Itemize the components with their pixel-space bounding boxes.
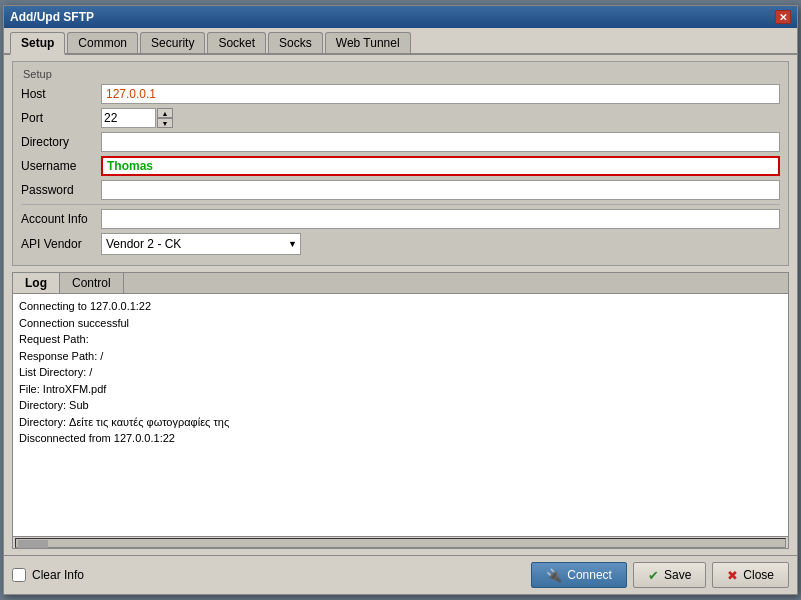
plug-icon: 🔌 <box>546 568 562 583</box>
port-row: Port ▲ ▼ <box>21 108 780 128</box>
log-line: Directory: Δείτε τις καυτές φωτογραφίες … <box>19 414 782 431</box>
close-label: Close <box>743 568 774 582</box>
tab-security[interactable]: Security <box>140 32 205 53</box>
scrollbar-thumb[interactable] <box>18 540 48 548</box>
log-line: Request Path: <box>19 331 782 348</box>
port-label: Port <box>21 111 101 125</box>
log-line: Response Path: / <box>19 348 782 365</box>
log-horizontal-scrollbar[interactable] <box>13 536 788 548</box>
log-line: Connection successful <box>19 315 782 332</box>
log-line: List Directory: / <box>19 364 782 381</box>
host-row: Host <box>21 84 780 104</box>
log-line: Disconnected from 127.0.0.1:22 <box>19 430 782 447</box>
clear-info-label: Clear Info <box>32 568 84 582</box>
log-line: File: IntroXFM.pdf <box>19 381 782 398</box>
save-button[interactable]: ✔ Save <box>633 562 706 588</box>
titlebar: Add/Upd SFTP ✕ <box>4 6 797 28</box>
window-close-button[interactable]: ✕ <box>775 10 791 24</box>
window-title: Add/Upd SFTP <box>10 10 94 24</box>
port-spin-down[interactable]: ▼ <box>157 118 173 128</box>
host-input[interactable] <box>101 84 780 104</box>
port-spin-buttons: ▲ ▼ <box>157 108 173 128</box>
log-panel: Log Control Connecting to 127.0.0.1:22 C… <box>12 272 789 549</box>
footer: Clear Info 🔌 Connect ✔ Save ✖ Close <box>4 555 797 594</box>
log-line: Connecting to 127.0.0.1:22 <box>19 298 782 315</box>
username-row: Username <box>21 156 780 176</box>
log-line: Directory: Sub <box>19 397 782 414</box>
api-vendor-wrapper: Vendor 1 Vendor 2 - CK Vendor 3 <box>101 233 301 255</box>
password-row: Password <box>21 180 780 200</box>
directory-row: Directory <box>21 132 780 152</box>
main-window: Add/Upd SFTP ✕ Setup Common Security Soc… <box>3 5 798 595</box>
port-spin-up[interactable]: ▲ <box>157 108 173 118</box>
tab-bar: Setup Common Security Socket Socks Web T… <box>4 28 797 55</box>
tab-setup[interactable]: Setup <box>10 32 65 55</box>
check-icon: ✔ <box>648 568 659 583</box>
port-spinner: ▲ ▼ <box>101 108 173 128</box>
x-icon: ✖ <box>727 568 738 583</box>
password-label: Password <box>21 183 101 197</box>
port-input[interactable] <box>101 108 156 128</box>
connect-label: Connect <box>567 568 612 582</box>
api-vendor-row: API Vendor Vendor 1 Vendor 2 - CK Vendor… <box>21 233 780 255</box>
username-input[interactable] <box>101 156 780 176</box>
account-info-input[interactable] <box>101 209 780 229</box>
log-tab-control[interactable]: Control <box>60 273 124 293</box>
section-label: Setup <box>21 68 780 80</box>
password-input[interactable] <box>101 180 780 200</box>
tab-socks[interactable]: Socks <box>268 32 323 53</box>
tab-common[interactable]: Common <box>67 32 138 53</box>
log-content: Connecting to 127.0.0.1:22 Connection su… <box>13 294 788 536</box>
tab-web-tunnel[interactable]: Web Tunnel <box>325 32 411 53</box>
directory-label: Directory <box>21 135 101 149</box>
footer-left: Clear Info <box>12 568 525 582</box>
clear-info-checkbox[interactable] <box>12 568 26 582</box>
account-info-label: Account Info <box>21 212 101 226</box>
directory-input[interactable] <box>101 132 780 152</box>
account-info-row: Account Info <box>21 209 780 229</box>
setup-form: Setup Host Port ▲ ▼ Directory <box>12 61 789 266</box>
host-label: Host <box>21 87 101 101</box>
tab-socket[interactable]: Socket <box>207 32 266 53</box>
content-area: Setup Host Port ▲ ▼ Directory <box>4 55 797 555</box>
save-label: Save <box>664 568 691 582</box>
connect-button[interactable]: 🔌 Connect <box>531 562 627 588</box>
api-vendor-label: API Vendor <box>21 237 101 251</box>
log-tab-bar: Log Control <box>13 273 788 294</box>
api-vendor-select[interactable]: Vendor 1 Vendor 2 - CK Vendor 3 <box>101 233 301 255</box>
separator <box>21 204 780 205</box>
log-tab-log[interactable]: Log <box>13 273 60 293</box>
username-label: Username <box>21 159 101 173</box>
close-button[interactable]: ✖ Close <box>712 562 789 588</box>
scrollbar-track[interactable] <box>15 538 786 548</box>
